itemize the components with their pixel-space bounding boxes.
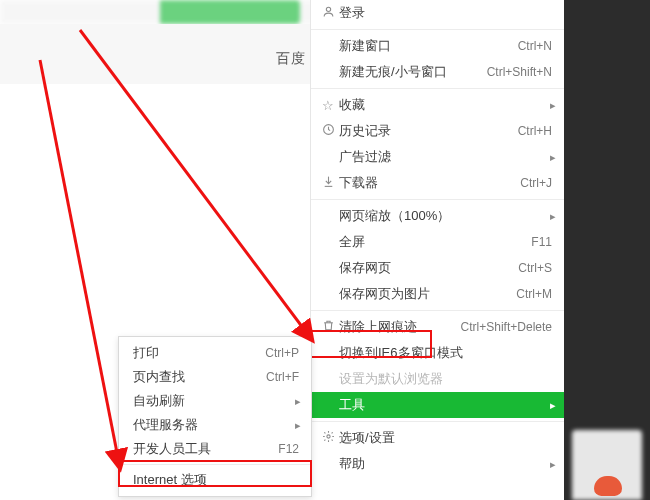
- submenu-item-internet-options[interactable]: Internet 选项: [119, 468, 311, 492]
- menu-item-ad-filter[interactable]: 广告过滤 ▸: [311, 144, 564, 170]
- menu-item-set-default-browser: 设置为默认浏览器: [311, 366, 564, 392]
- chevron-right-icon: ▸: [295, 395, 301, 408]
- chevron-right-icon: ▸: [550, 99, 556, 112]
- menu-item-label: 网页缩放（100%）: [337, 207, 552, 225]
- menu-item-label: 新建窗口: [337, 37, 518, 55]
- tab-active: [160, 0, 300, 24]
- menu-item-label: 保存网页为图片: [337, 285, 516, 303]
- menu-item-shortcut: Ctrl+Shift+Delete: [461, 320, 552, 334]
- menu-item-shortcut: Ctrl+N: [518, 39, 552, 53]
- menu-item-label: 历史记录: [337, 122, 518, 140]
- menu-item-history[interactable]: 历史记录 Ctrl+H: [311, 118, 564, 144]
- page-text-fragment: 百度: [276, 50, 306, 68]
- submenu-item-dev-tools[interactable]: 开发人员工具 F12: [119, 437, 311, 461]
- submenu-item-auto-refresh[interactable]: 自动刷新 ▸: [119, 389, 311, 413]
- submenu-item-label: 打印: [133, 344, 265, 362]
- svg-point-0: [326, 7, 330, 11]
- menu-item-label: 切换到IE6多窗口模式: [337, 344, 552, 362]
- menu-item-shortcut: Ctrl+M: [516, 287, 552, 301]
- gear-icon: [319, 430, 337, 446]
- menu-item-zoom[interactable]: 网页缩放（100%） ▸: [311, 203, 564, 229]
- menu-item-shortcut: Ctrl+H: [518, 124, 552, 138]
- menu-item-shortcut: Ctrl+J: [520, 176, 552, 190]
- menu-separator: [311, 199, 564, 200]
- menu-item-new-window[interactable]: 新建窗口 Ctrl+N: [311, 33, 564, 59]
- menu-item-options[interactable]: 选项/设置: [311, 425, 564, 451]
- submenu-item-shortcut: F12: [278, 442, 299, 456]
- chevron-right-icon: ▸: [550, 458, 556, 471]
- menu-item-label: 广告过滤: [337, 148, 552, 166]
- menu-item-label: 选项/设置: [337, 429, 552, 447]
- menu-item-label: 全屏: [337, 233, 531, 251]
- page-background: [0, 24, 310, 84]
- star-icon: ☆: [319, 98, 337, 113]
- menu-item-shortcut: Ctrl+S: [518, 261, 552, 275]
- menu-separator: [311, 29, 564, 30]
- menu-item-favorites[interactable]: ☆ 收藏 ▸: [311, 92, 564, 118]
- menu-item-label: 设置为默认浏览器: [337, 370, 552, 388]
- chevron-right-icon: ▸: [550, 399, 556, 412]
- submenu-item-label: 页内查找: [133, 368, 266, 386]
- submenu-separator: [119, 464, 311, 465]
- menu-item-shortcut: Ctrl+Shift+N: [487, 65, 552, 79]
- trash-icon: [319, 319, 337, 335]
- menu-item-clear-traces[interactable]: 清除上网痕迹 Ctrl+Shift+Delete: [311, 314, 564, 340]
- menu-separator: [311, 421, 564, 422]
- submenu-item-proxy[interactable]: 代理服务器 ▸: [119, 413, 311, 437]
- submenu-item-label: 自动刷新: [133, 392, 299, 410]
- menu-item-fullscreen[interactable]: 全屏 F11: [311, 229, 564, 255]
- menu-item-label: 登录: [337, 4, 552, 22]
- tab-inactive: [0, 0, 160, 24]
- menu-item-new-private-window[interactable]: 新建无痕/小号窗口 Ctrl+Shift+N: [311, 59, 564, 85]
- menu-item-label: 工具: [337, 396, 552, 414]
- menu-item-label: 保存网页: [337, 259, 518, 277]
- clock-icon: [319, 123, 337, 139]
- chevron-right-icon: ▸: [550, 151, 556, 164]
- menu-item-tools[interactable]: 工具 ▸: [311, 392, 564, 418]
- menu-item-label: 收藏: [337, 96, 552, 114]
- menu-item-label: 新建无痕/小号窗口: [337, 63, 487, 81]
- menu-item-login[interactable]: 登录: [311, 0, 564, 26]
- submenu-item-label: 开发人员工具: [133, 440, 278, 458]
- menu-item-switch-ie6[interactable]: 切换到IE6多窗口模式: [311, 340, 564, 366]
- adjacent-window-crop: [564, 0, 650, 500]
- menu-item-downloader[interactable]: 下载器 Ctrl+J: [311, 170, 564, 196]
- menu-item-help[interactable]: 帮助 ▸: [311, 451, 564, 477]
- submenu-item-shortcut: Ctrl+P: [265, 346, 299, 360]
- user-icon: [319, 5, 337, 21]
- menu-item-save-page[interactable]: 保存网页 Ctrl+S: [311, 255, 564, 281]
- adjacent-window-avatar: [594, 476, 622, 496]
- menu-separator: [311, 88, 564, 89]
- svg-point-2: [326, 435, 329, 438]
- download-icon: [319, 175, 337, 191]
- chevron-right-icon: ▸: [550, 210, 556, 223]
- tools-submenu: 打印 Ctrl+P 页内查找 Ctrl+F 自动刷新 ▸ 代理服务器 ▸ 开发人…: [118, 336, 312, 497]
- menu-separator: [311, 310, 564, 311]
- submenu-item-print[interactable]: 打印 Ctrl+P: [119, 341, 311, 365]
- submenu-item-find-in-page[interactable]: 页内查找 Ctrl+F: [119, 365, 311, 389]
- menu-item-shortcut: F11: [531, 235, 552, 249]
- menu-item-save-as-image[interactable]: 保存网页为图片 Ctrl+M: [311, 281, 564, 307]
- submenu-item-shortcut: Ctrl+F: [266, 370, 299, 384]
- submenu-item-label: Internet 选项: [133, 471, 299, 489]
- menu-item-label: 下载器: [337, 174, 520, 192]
- svg-line-4: [40, 60, 120, 468]
- menu-item-label: 帮助: [337, 455, 552, 473]
- menu-item-label: 清除上网痕迹: [337, 318, 461, 336]
- main-menu: 登录 新建窗口 Ctrl+N 新建无痕/小号窗口 Ctrl+Shift+N ☆ …: [310, 0, 564, 477]
- chevron-right-icon: ▸: [295, 419, 301, 432]
- submenu-item-label: 代理服务器: [133, 416, 299, 434]
